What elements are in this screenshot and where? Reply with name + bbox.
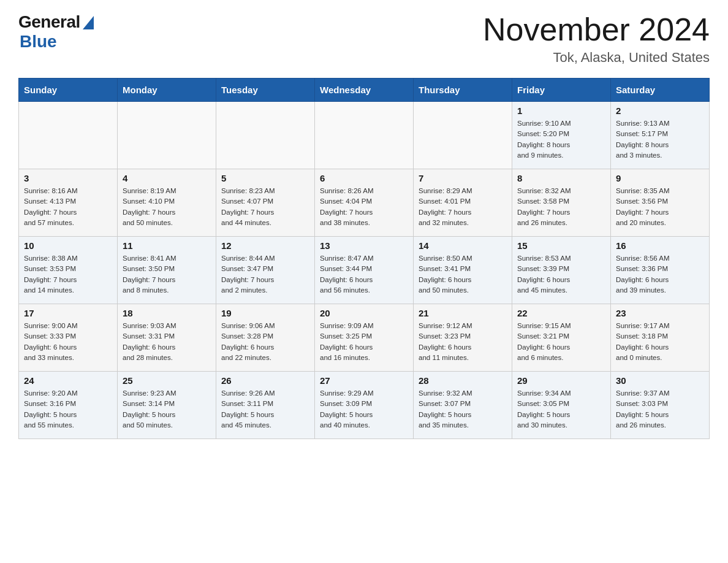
- day-number: 11: [123, 240, 211, 251]
- day-number: 15: [517, 240, 605, 251]
- day-number: 29: [517, 375, 605, 386]
- calendar-cell: 15Sunrise: 8:53 AMSunset: 3:39 PMDayligh…: [512, 237, 611, 304]
- column-header-sunday: Sunday: [19, 79, 118, 102]
- calendar-cell: 7Sunrise: 8:29 AMSunset: 4:01 PMDaylight…: [414, 169, 512, 237]
- day-info: Sunrise: 9:20 AMSunset: 3:16 PMDaylight:…: [24, 388, 112, 431]
- column-header-saturday: Saturday: [611, 79, 710, 102]
- calendar-cell: 5Sunrise: 8:23 AMSunset: 4:07 PMDaylight…: [216, 169, 315, 237]
- day-info: Sunrise: 8:41 AMSunset: 3:50 PMDaylight:…: [123, 253, 211, 296]
- day-info: Sunrise: 9:29 AMSunset: 3:09 PMDaylight:…: [320, 388, 408, 431]
- day-number: 13: [320, 240, 408, 251]
- day-number: 20: [320, 308, 408, 318]
- day-number: 18: [123, 308, 211, 318]
- calendar-cell: 23Sunrise: 9:17 AMSunset: 3:18 PMDayligh…: [611, 304, 710, 372]
- calendar-cell: 26Sunrise: 9:26 AMSunset: 3:11 PMDayligh…: [216, 372, 315, 439]
- calendar-cell: [19, 102, 118, 169]
- calendar-cell: 10Sunrise: 8:38 AMSunset: 3:53 PMDayligh…: [19, 237, 118, 304]
- calendar-week-row: 3Sunrise: 8:16 AMSunset: 4:13 PMDaylight…: [19, 169, 710, 237]
- day-info: Sunrise: 9:26 AMSunset: 3:11 PMDaylight:…: [221, 388, 309, 431]
- location-title: Tok, Alaska, United States: [483, 50, 710, 66]
- day-info: Sunrise: 8:47 AMSunset: 3:44 PMDaylight:…: [320, 253, 408, 296]
- day-number: 6: [320, 173, 408, 183]
- day-number: 25: [123, 375, 211, 386]
- day-info: Sunrise: 9:34 AMSunset: 3:05 PMDaylight:…: [517, 388, 605, 431]
- calendar-week-row: 1Sunrise: 9:10 AMSunset: 5:20 PMDaylight…: [19, 102, 710, 169]
- column-header-monday: Monday: [118, 79, 216, 102]
- column-header-wednesday: Wednesday: [315, 79, 414, 102]
- logo-blue-text: Blue: [20, 32, 57, 52]
- day-number: 4: [123, 173, 211, 183]
- day-number: 28: [419, 375, 507, 386]
- column-header-thursday: Thursday: [414, 79, 512, 102]
- day-number: 9: [616, 173, 704, 183]
- calendar-cell: [216, 102, 315, 169]
- day-number: 14: [419, 240, 507, 251]
- day-number: 19: [221, 308, 309, 318]
- day-info: Sunrise: 8:26 AMSunset: 4:04 PMDaylight:…: [320, 186, 408, 228]
- calendar-cell: 14Sunrise: 8:50 AMSunset: 3:41 PMDayligh…: [414, 237, 512, 304]
- day-info: Sunrise: 9:32 AMSunset: 3:07 PMDaylight:…: [419, 388, 507, 431]
- day-info: Sunrise: 8:44 AMSunset: 3:47 PMDaylight:…: [221, 253, 309, 296]
- day-info: Sunrise: 9:03 AMSunset: 3:31 PMDaylight:…: [123, 321, 211, 363]
- day-number: 27: [320, 375, 408, 386]
- day-number: 3: [24, 173, 112, 183]
- calendar-cell: 18Sunrise: 9:03 AMSunset: 3:31 PMDayligh…: [118, 304, 216, 372]
- month-title: November 2024: [483, 12, 710, 47]
- day-info: Sunrise: 9:37 AMSunset: 3:03 PMDaylight:…: [616, 388, 704, 431]
- day-info: Sunrise: 9:12 AMSunset: 3:23 PMDaylight:…: [419, 321, 507, 363]
- calendar-cell: 27Sunrise: 9:29 AMSunset: 3:09 PMDayligh…: [315, 372, 414, 439]
- calendar-cell: 21Sunrise: 9:12 AMSunset: 3:23 PMDayligh…: [414, 304, 512, 372]
- calendar-cell: 24Sunrise: 9:20 AMSunset: 3:16 PMDayligh…: [19, 372, 118, 439]
- day-number: 10: [24, 240, 112, 251]
- calendar-cell: [315, 102, 414, 169]
- day-number: 7: [419, 173, 507, 183]
- day-number: 12: [221, 240, 309, 251]
- calendar-cell: 28Sunrise: 9:32 AMSunset: 3:07 PMDayligh…: [414, 372, 512, 439]
- day-info: Sunrise: 8:53 AMSunset: 3:39 PMDaylight:…: [517, 253, 605, 296]
- day-number: 16: [616, 240, 704, 251]
- calendar-week-row: 17Sunrise: 9:00 AMSunset: 3:33 PMDayligh…: [19, 304, 710, 372]
- day-info: Sunrise: 9:10 AMSunset: 5:20 PMDaylight:…: [517, 118, 605, 161]
- calendar-week-row: 24Sunrise: 9:20 AMSunset: 3:16 PMDayligh…: [19, 372, 710, 439]
- day-number: 24: [24, 375, 112, 386]
- column-header-tuesday: Tuesday: [216, 79, 315, 102]
- day-info: Sunrise: 8:16 AMSunset: 4:13 PMDaylight:…: [24, 186, 112, 228]
- calendar-cell: 12Sunrise: 8:44 AMSunset: 3:47 PMDayligh…: [216, 237, 315, 304]
- calendar-cell: 6Sunrise: 8:26 AMSunset: 4:04 PMDaylight…: [315, 169, 414, 237]
- calendar-cell: 17Sunrise: 9:00 AMSunset: 3:33 PMDayligh…: [19, 304, 118, 372]
- day-info: Sunrise: 9:17 AMSunset: 3:18 PMDaylight:…: [616, 321, 704, 363]
- day-number: 23: [616, 308, 704, 318]
- day-number: 30: [616, 375, 704, 386]
- day-info: Sunrise: 9:15 AMSunset: 3:21 PMDaylight:…: [517, 321, 605, 363]
- calendar-cell: 25Sunrise: 9:23 AMSunset: 3:14 PMDayligh…: [118, 372, 216, 439]
- day-number: 26: [221, 375, 309, 386]
- calendar-cell: [414, 102, 512, 169]
- day-info: Sunrise: 8:19 AMSunset: 4:10 PMDaylight:…: [123, 186, 211, 228]
- calendar-week-row: 10Sunrise: 8:38 AMSunset: 3:53 PMDayligh…: [19, 237, 710, 304]
- logo: General Blue: [18, 12, 94, 52]
- calendar-cell: 20Sunrise: 9:09 AMSunset: 3:25 PMDayligh…: [315, 304, 414, 372]
- logo-triangle-icon: [83, 16, 94, 29]
- day-number: 8: [517, 173, 605, 183]
- calendar-cell: 8Sunrise: 8:32 AMSunset: 3:58 PMDaylight…: [512, 169, 611, 237]
- calendar-cell: 30Sunrise: 9:37 AMSunset: 3:03 PMDayligh…: [611, 372, 710, 439]
- day-number: 1: [517, 105, 605, 116]
- calendar-cell: 11Sunrise: 8:41 AMSunset: 3:50 PMDayligh…: [118, 237, 216, 304]
- day-info: Sunrise: 9:23 AMSunset: 3:14 PMDaylight:…: [123, 388, 211, 431]
- day-info: Sunrise: 8:29 AMSunset: 4:01 PMDaylight:…: [419, 186, 507, 228]
- day-info: Sunrise: 8:50 AMSunset: 3:41 PMDaylight:…: [419, 253, 507, 296]
- calendar-cell: 1Sunrise: 9:10 AMSunset: 5:20 PMDaylight…: [512, 102, 611, 169]
- calendar-cell: 29Sunrise: 9:34 AMSunset: 3:05 PMDayligh…: [512, 372, 611, 439]
- day-number: 22: [517, 308, 605, 318]
- day-number: 5: [221, 173, 309, 183]
- calendar-cell: 3Sunrise: 8:16 AMSunset: 4:13 PMDaylight…: [19, 169, 118, 237]
- calendar-cell: 19Sunrise: 9:06 AMSunset: 3:28 PMDayligh…: [216, 304, 315, 372]
- day-info: Sunrise: 9:13 AMSunset: 5:17 PMDaylight:…: [616, 118, 704, 161]
- day-number: 17: [24, 308, 112, 318]
- day-info: Sunrise: 8:35 AMSunset: 3:56 PMDaylight:…: [616, 186, 704, 228]
- day-info: Sunrise: 9:09 AMSunset: 3:25 PMDaylight:…: [320, 321, 408, 363]
- calendar-cell: 4Sunrise: 8:19 AMSunset: 4:10 PMDaylight…: [118, 169, 216, 237]
- day-info: Sunrise: 9:06 AMSunset: 3:28 PMDaylight:…: [221, 321, 309, 363]
- day-info: Sunrise: 8:32 AMSunset: 3:58 PMDaylight:…: [517, 186, 605, 228]
- column-header-friday: Friday: [512, 79, 611, 102]
